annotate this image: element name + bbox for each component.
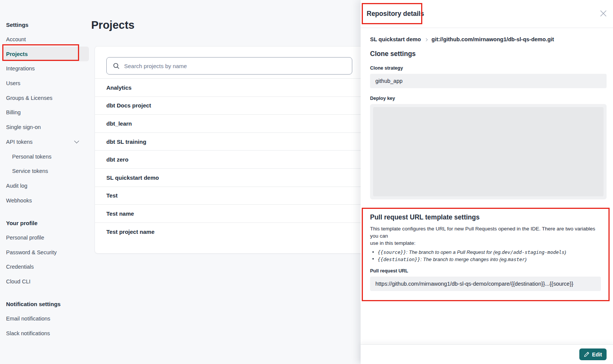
project-row-test[interactable]: Test <box>95 187 376 205</box>
sidebar-item-billing[interactable]: Billing <box>2 105 89 120</box>
project-name: dbt zero <box>106 156 128 163</box>
pull-request-url-label: Pull request URL <box>370 268 601 274</box>
sidebar-heading-settings: Settings <box>2 17 89 32</box>
sidebar-item-users[interactable]: Users <box>2 76 89 91</box>
sidebar-item-personal-tokens[interactable]: Personal tokens <box>2 149 89 164</box>
settings-sidebar: SettingsAccountProjectsIntegrationsUsers… <box>2 17 89 341</box>
breadcrumb-project[interactable]: SL quickstart demo <box>370 36 421 42</box>
clone-strategy-value: github_app <box>375 78 403 84</box>
edit-button-label: Edit <box>592 352 602 358</box>
sidebar-item-cloud-cli[interactable]: Cloud CLI <box>2 274 89 289</box>
sidebar-item-password-security[interactable]: Password & Security <box>2 245 89 260</box>
sidebar-item-account[interactable]: Account <box>2 32 89 47</box>
drawer-footer: Edit <box>361 344 613 364</box>
sidebar-item-audit-log[interactable]: Audit log <box>2 179 89 193</box>
chevron-down-icon[interactable] <box>74 138 79 143</box>
sidebar-item-label: Webhooks <box>6 198 32 204</box>
sidebar-item-label: Single sign-on <box>6 124 41 130</box>
sidebar-item-integrations[interactable]: Integrations <box>2 61 89 76</box>
sidebar-item-label: Credentials <box>6 264 34 270</box>
sidebar-spacer <box>2 289 89 297</box>
drawer-title: Repository details <box>367 10 424 18</box>
project-row-analytics[interactable]: Analytics <box>95 78 376 96</box>
project-name: Test <box>106 192 118 199</box>
pull-request-url-value: https://github.com/mirnawong1/db-sl-qs-d… <box>375 281 573 287</box>
sidebar-item-label: Slack notifications <box>6 330 50 336</box>
sidebar-item-label: Audit log <box>6 183 27 189</box>
sidebar-item-single-sign-on[interactable]: Single sign-on <box>2 120 89 135</box>
deploy-key-label: Deploy key <box>370 96 607 101</box>
breadcrumb: SL quickstart demo git://github.com/mirn… <box>370 36 607 42</box>
sidebar-heading-your-profile: Your profile <box>2 216 89 230</box>
pull-request-template-section: Pull request URL template settings This … <box>362 208 610 301</box>
bullet-icon <box>372 258 374 260</box>
search-input[interactable] <box>124 63 352 69</box>
search-icon <box>113 62 120 69</box>
page-title: Projects <box>91 19 134 31</box>
sidebar-item-personal-profile[interactable]: Personal profile <box>2 230 89 245</box>
sidebar-item-label: Billing <box>6 109 21 115</box>
sidebar-heading-notification-settings: Notification settings <box>2 297 89 311</box>
clone-strategy-field[interactable]: github_app <box>370 74 607 88</box>
template-variable-item: {{source}}: The branch to open a Pull Re… <box>370 249 601 256</box>
variable-suffix: ) <box>565 249 566 256</box>
close-button[interactable] <box>598 8 608 18</box>
bullet-icon <box>372 251 374 253</box>
variable-suffix: ) <box>525 256 526 263</box>
sidebar-item-label: Service tokens <box>12 168 48 174</box>
clone-strategy-label: Clone strategy <box>370 65 607 71</box>
template-variable-item: {{destination}}: The branch to merge cha… <box>370 256 601 263</box>
variable-example: dev/add-staging-models <box>502 249 565 256</box>
sidebar-item-label: Personal tokens <box>12 154 51 160</box>
sidebar-item-label: Password & Security <box>6 249 57 255</box>
edit-button[interactable]: Edit <box>579 348 607 360</box>
project-name: Test name <box>106 210 134 217</box>
sidebar-item-slack-notifications[interactable]: Slack notifications <box>2 326 89 341</box>
variable-description: : The branch to open a Pull Request for … <box>406 249 502 256</box>
sidebar-spacer <box>2 208 89 216</box>
sidebar-item-email-notifications[interactable]: Email notifications <box>2 311 89 326</box>
sidebar-item-webhooks[interactable]: Webhooks <box>2 193 89 208</box>
sidebar-item-label: Projects <box>6 51 28 57</box>
pencil-icon <box>584 352 590 357</box>
chevron-right-icon <box>425 38 428 41</box>
variable-code: {{destination}} <box>378 256 420 263</box>
project-list: Analyticsdbt Docs projectdbt_learndbt SL… <box>95 78 376 240</box>
pull-request-description: This template configures the URL for new… <box>370 225 601 247</box>
breadcrumb-repo-url: git://github.com/mirnawong1/db-sl-qs-dem… <box>431 36 554 42</box>
sidebar-item-projects[interactable]: Projects <box>2 47 89 61</box>
project-row-dbt-docs-project[interactable]: dbt Docs project <box>95 96 376 115</box>
variable-example: master <box>508 256 525 263</box>
sidebar-item-api-tokens[interactable]: API tokens <box>2 135 89 149</box>
sidebar-item-groups-licenses[interactable]: Groups & Licenses <box>2 90 89 105</box>
project-row-sl-quickstart-demo[interactable]: SL quickstart demo <box>95 168 376 187</box>
sidebar-item-label: Cloud CLI <box>6 278 30 285</box>
project-row-test-name[interactable]: Test name <box>95 204 376 222</box>
project-row-dbt-learn[interactable]: dbt_learn <box>95 114 376 132</box>
pull-request-url-field[interactable]: https://github.com/mirnawong1/db-sl-qs-d… <box>370 277 601 291</box>
sidebar-item-label: Groups & Licenses <box>6 95 53 101</box>
clone-settings-heading: Clone settings <box>370 50 607 58</box>
sidebar-item-credentials[interactable]: Credentials <box>2 260 89 274</box>
sidebar-item-label: API tokens <box>6 139 33 145</box>
project-row-dbt-zero[interactable]: dbt zero <box>95 150 376 168</box>
pull-request-heading: Pull request URL template settings <box>370 213 601 221</box>
project-search <box>106 57 352 75</box>
project-name: dbt_learn <box>106 120 132 127</box>
description-line: use in this template: <box>370 240 601 247</box>
variable-code: {{source}} <box>378 249 406 256</box>
repository-details-drawer: Repository details SL quickstart demo gi… <box>361 0 613 364</box>
project-row-dbt-sl-training[interactable]: dbt SL training <box>95 132 376 151</box>
deploy-key-value <box>373 107 604 196</box>
project-name: Analytics <box>106 84 132 91</box>
sidebar-item-label: Account <box>6 36 26 42</box>
project-name: SL quickstart demo <box>106 174 159 181</box>
sidebar-item-service-tokens[interactable]: Service tokens <box>2 164 89 179</box>
close-icon <box>600 10 607 17</box>
template-variable-list: {{source}}: The branch to open a Pull Re… <box>370 249 601 263</box>
project-name: dbt Docs project <box>106 102 151 109</box>
sidebar-item-label: Users <box>6 80 20 86</box>
deploy-key-field[interactable] <box>370 104 607 199</box>
sidebar-item-label: Email notifications <box>6 316 50 322</box>
project-row-test-project-name[interactable]: Test project name <box>95 222 376 241</box>
